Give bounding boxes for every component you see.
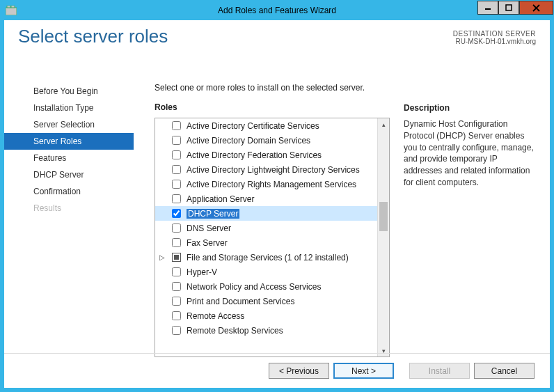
expander-icon[interactable]: ▷ [159, 253, 165, 261]
client-area: Select server roles DESTINATION SERVER R… [4, 20, 550, 388]
role-label: Application Server [187, 194, 254, 204]
role-item[interactable]: Remote Desktop Services [155, 323, 377, 338]
role-item[interactable]: ▷File and Storage Services (1 of 12 inst… [155, 250, 377, 265]
role-label: DHCP Server [187, 209, 239, 219]
role-label: Active Directory Rights Management Servi… [187, 180, 356, 189]
wizard-nav: Before You BeginInstallation TypeServer … [4, 81, 134, 353]
role-item[interactable]: Network Policy and Access Services [155, 279, 377, 294]
scrollbar[interactable]: ▴ ▾ [377, 118, 389, 356]
titlebar[interactable]: Add Roles and Features Wizard [1, 1, 553, 20]
role-label: Network Policy and Access Services [187, 282, 321, 292]
role-checkbox[interactable] [172, 209, 181, 218]
destination-info: DESTINATION SERVER RU-MSK-DH-01.vmkh.org [453, 30, 536, 45]
role-item[interactable]: Fax Server [155, 235, 377, 250]
role-checkbox[interactable] [172, 136, 181, 145]
roles-label: Roles [155, 102, 390, 112]
minimize-button[interactable] [477, 1, 498, 15]
previous-button[interactable]: < Previous [269, 363, 329, 379]
role-item[interactable]: Active Directory Certificate Services [155, 118, 377, 133]
role-label: DNS Server [187, 224, 231, 233]
role-checkbox[interactable] [172, 326, 181, 335]
role-label: Hyper-V [187, 267, 217, 277]
description-column: Description Dynamic Host Configuration P… [404, 83, 537, 353]
next-button[interactable]: Next > [333, 363, 394, 379]
app-icon [6, 6, 17, 15]
role-item[interactable]: DHCP Server [155, 206, 377, 221]
nav-item-confirmation[interactable]: Confirmation [4, 183, 134, 200]
close-button[interactable] [519, 1, 553, 15]
scroll-thumb[interactable] [379, 202, 388, 231]
instruction-text: Select one or more roles to install on t… [155, 83, 390, 93]
install-button[interactable]: Install [409, 363, 470, 379]
wizard-footer: < Previous Next > Install Cancel [4, 353, 550, 388]
roles-list-inner: Active Directory Certificate ServicesAct… [155, 118, 377, 356]
nav-item-before-you-begin[interactable]: Before You Begin [4, 83, 134, 100]
svg-rect-0 [6, 8, 17, 15]
destination-label: DESTINATION SERVER [453, 30, 536, 38]
role-checkbox[interactable] [172, 180, 181, 189]
nav-item-results: Results [4, 200, 134, 217]
role-checkbox[interactable] [172, 282, 181, 291]
nav-item-server-selection[interactable]: Server Selection [4, 116, 134, 133]
role-checkbox[interactable] [172, 311, 181, 320]
cancel-button[interactable]: Cancel [474, 363, 535, 379]
nav-item-features[interactable]: Features [4, 150, 134, 166]
description-label: Description [404, 103, 537, 113]
role-item[interactable]: Remote Access [155, 308, 377, 323]
role-label: Print and Document Services [187, 297, 294, 306]
role-item[interactable]: Active Directory Domain Services [155, 133, 377, 148]
role-label: Fax Server [187, 238, 228, 248]
content-area: Select one or more roles to install on t… [134, 81, 550, 353]
role-checkbox[interactable] [172, 267, 181, 276]
role-item[interactable]: Hyper-V [155, 265, 377, 279]
roles-column: Select one or more roles to install on t… [155, 83, 390, 353]
role-label: Remote Access [187, 311, 244, 321]
role-label: Active Directory Certificate Services [187, 121, 319, 131]
maximize-button[interactable] [498, 1, 519, 15]
window-title: Add Roles and Features Wizard [1, 6, 553, 15]
scroll-up-button[interactable]: ▴ [378, 118, 389, 130]
role-checkbox[interactable] [172, 165, 181, 174]
role-checkbox[interactable] [172, 224, 181, 233]
role-item[interactable]: Active Directory Rights Management Servi… [155, 177, 377, 191]
window-controls [477, 1, 553, 15]
role-checkbox[interactable] [172, 238, 181, 247]
svg-rect-2 [11, 6, 15, 8]
role-label: Active Directory Lightweight Directory S… [187, 165, 360, 175]
role-checkbox-mixed[interactable] [172, 253, 181, 262]
roles-listbox[interactable]: Active Directory Certificate ServicesAct… [155, 118, 390, 357]
role-label: File and Storage Services (1 of 12 insta… [187, 253, 349, 262]
wizard-header: Select server roles DESTINATION SERVER R… [4, 20, 550, 70]
role-checkbox[interactable] [172, 150, 181, 159]
role-item[interactable]: Application Server [155, 191, 377, 206]
description-text: Dynamic Host Configuration Protocol (DHC… [404, 118, 537, 189]
role-item[interactable]: Active Directory Lightweight Directory S… [155, 162, 377, 177]
role-label: Active Directory Federation Services [187, 150, 322, 160]
role-checkbox[interactable] [172, 194, 181, 203]
nav-item-dhcp-server[interactable]: DHCP Server [4, 166, 134, 183]
wizard-body: Before You BeginInstallation TypeServer … [4, 81, 550, 353]
svg-rect-4 [506, 5, 512, 10]
wizard-window: Add Roles and Features Wizard Select ser… [0, 0, 554, 392]
role-label: Remote Desktop Services [187, 326, 283, 336]
svg-rect-1 [7, 6, 10, 8]
role-item[interactable]: Print and Document Services [155, 294, 377, 308]
role-checkbox[interactable] [172, 121, 181, 130]
role-item[interactable]: DNS Server [155, 221, 377, 235]
role-item[interactable]: Active Directory Federation Services [155, 148, 377, 162]
nav-item-installation-type[interactable]: Installation Type [4, 100, 134, 116]
destination-server: RU-MSK-DH-01.vmkh.org [453, 38, 536, 45]
role-label: Active Directory Domain Services [187, 136, 310, 146]
role-checkbox[interactable] [172, 297, 181, 306]
nav-item-server-roles[interactable]: Server Roles [4, 133, 134, 150]
